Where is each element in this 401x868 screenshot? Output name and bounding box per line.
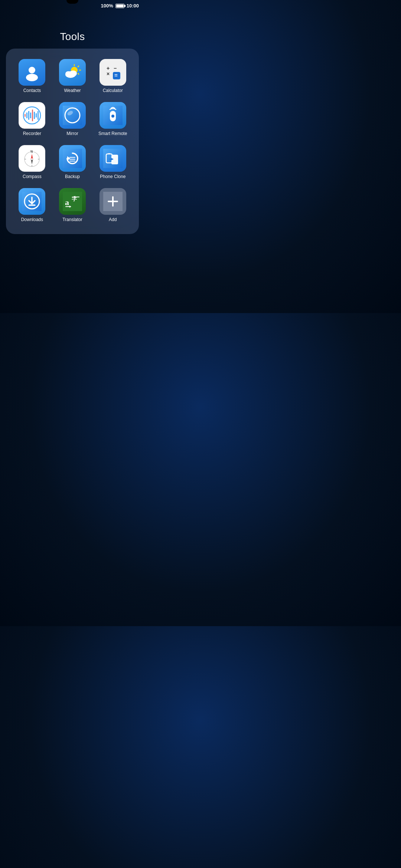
notch bbox=[66, 0, 78, 4]
svg-rect-22 bbox=[34, 112, 35, 119]
compass-label: Compass bbox=[23, 174, 42, 179]
app-item-add[interactable]: Add bbox=[92, 185, 133, 225]
app-item-backup[interactable]: Backup bbox=[52, 142, 93, 182]
smart-remote-label: Smart Remote bbox=[98, 131, 127, 136]
phone-clone-icon bbox=[100, 145, 126, 172]
app-item-phone-clone[interactable]: Phone Clone bbox=[92, 142, 133, 182]
svg-text:N: N bbox=[30, 149, 33, 153]
svg-point-31 bbox=[111, 115, 114, 118]
svg-line-4 bbox=[78, 66, 79, 67]
mirror-label: Mirror bbox=[66, 131, 78, 136]
calculator-icon: + − × = bbox=[100, 59, 126, 86]
svg-rect-17 bbox=[25, 114, 26, 117]
svg-rect-24 bbox=[38, 111, 39, 120]
svg-rect-44 bbox=[69, 159, 75, 160]
svg-rect-45 bbox=[69, 161, 75, 162]
downloads-label: Downloads bbox=[21, 217, 43, 222]
phone-clone-label: Phone Clone bbox=[100, 174, 125, 179]
app-folder: Contacts Weather bbox=[6, 49, 139, 234]
svg-point-0 bbox=[29, 67, 35, 73]
svg-text:×: × bbox=[107, 71, 110, 77]
app-item-smart-remote[interactable]: Smart Remote bbox=[92, 99, 133, 139]
add-icon bbox=[100, 188, 126, 215]
app-item-weather[interactable]: Weather bbox=[52, 56, 93, 96]
svg-line-6 bbox=[78, 73, 79, 74]
recorder-label: Recorder bbox=[23, 131, 41, 136]
contacts-icon bbox=[19, 59, 45, 86]
app-item-contacts[interactable]: Contacts bbox=[12, 56, 52, 96]
compass-icon: N bbox=[19, 145, 45, 172]
svg-rect-20 bbox=[30, 112, 31, 118]
folder-title: Tools bbox=[0, 31, 145, 43]
calculator-label: Calculator bbox=[103, 88, 123, 93]
add-label: Add bbox=[109, 217, 117, 222]
svg-point-9 bbox=[65, 71, 71, 76]
svg-text:−: − bbox=[114, 65, 117, 71]
backup-label: Backup bbox=[65, 174, 80, 179]
app-item-calculator[interactable]: + − × = Calculator bbox=[92, 56, 133, 96]
translator-icon: a 字 bbox=[59, 188, 86, 215]
app-grid: Contacts Weather bbox=[12, 56, 133, 225]
svg-text:+: + bbox=[107, 65, 110, 71]
clock: 10:00 bbox=[127, 3, 139, 9]
backup-icon bbox=[59, 145, 86, 172]
svg-point-1 bbox=[26, 74, 38, 81]
svg-rect-26 bbox=[63, 106, 82, 125]
app-item-downloads[interactable]: Downloads bbox=[12, 185, 52, 225]
svg-rect-18 bbox=[26, 112, 27, 118]
weather-icon bbox=[59, 59, 86, 86]
weather-label: Weather bbox=[64, 88, 81, 93]
svg-text:=: = bbox=[114, 72, 118, 78]
svg-rect-43 bbox=[69, 157, 75, 158]
app-item-compass[interactable]: N Compass bbox=[12, 142, 52, 182]
battery-icon bbox=[115, 4, 124, 8]
app-item-recorder[interactable]: Recorder bbox=[12, 99, 52, 139]
recorder-icon bbox=[19, 102, 45, 129]
downloads-icon bbox=[19, 188, 45, 215]
svg-rect-48 bbox=[108, 153, 110, 154]
app-item-translator[interactable]: a 字 Translator bbox=[52, 185, 93, 225]
smart-remote-icon bbox=[100, 102, 126, 129]
battery-percent: 100% bbox=[101, 3, 113, 9]
svg-text:a: a bbox=[65, 198, 69, 207]
mirror-icon bbox=[59, 102, 86, 129]
svg-rect-23 bbox=[36, 113, 37, 118]
svg-rect-19 bbox=[28, 111, 29, 120]
svg-rect-21 bbox=[32, 109, 33, 121]
app-item-mirror[interactable]: Mirror bbox=[52, 99, 93, 139]
svg-rect-41 bbox=[63, 149, 82, 168]
translator-label: Translator bbox=[62, 217, 82, 222]
contacts-label: Contacts bbox=[23, 88, 41, 93]
